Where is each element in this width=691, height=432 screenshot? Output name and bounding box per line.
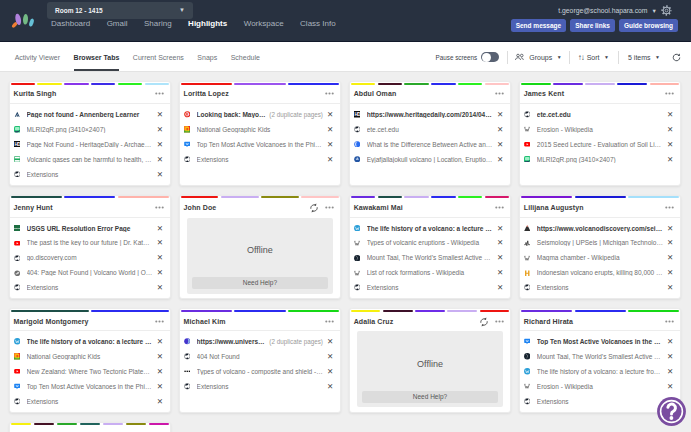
svg-text:USGS: USGS	[14, 227, 21, 230]
svg-text:HD: HD	[354, 112, 360, 117]
svg-text:HD: HD	[14, 142, 20, 147]
svg-text:R: R	[185, 112, 188, 117]
